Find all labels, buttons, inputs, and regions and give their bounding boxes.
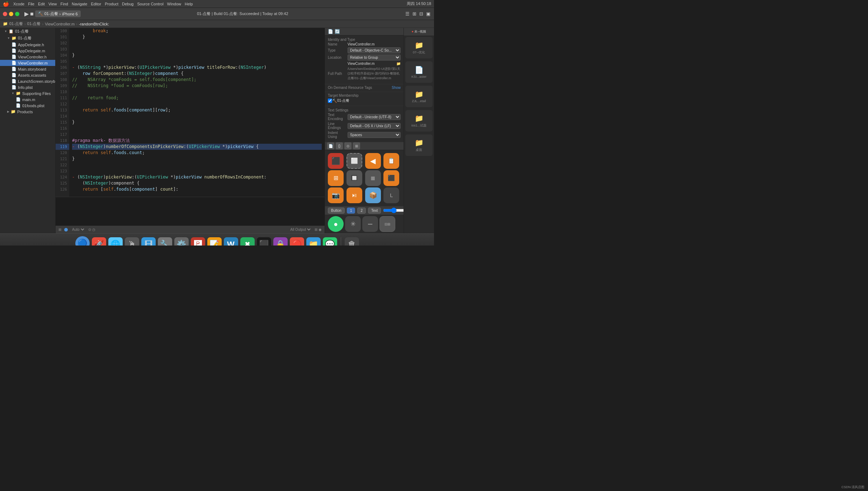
dock-finder[interactable]: 🔵	[75, 236, 90, 246]
run-button[interactable]: ▶	[24, 10, 29, 17]
scheme-selector[interactable]: 🔨 01-点餐 › iPhone 6	[35, 10, 81, 17]
type-select[interactable]: Default - Objective-C So...	[348, 47, 401, 53]
palette-item-back[interactable]: ◀	[365, 153, 381, 169]
sidebar-item-main-m[interactable]: 📄 main.m	[0, 96, 55, 103]
dock-launchpad[interactable]: 🚀	[92, 237, 106, 246]
palette-item-2[interactable]: ⬜	[346, 153, 362, 169]
code-content[interactable]: break; } } - (NSString *)pickerView:(UIP…	[69, 28, 325, 197]
navigator-toggle[interactable]: ☰	[405, 10, 410, 17]
all-output-select[interactable]: All Output	[289, 227, 312, 232]
dock-trash[interactable]: 🗑	[345, 237, 359, 246]
palette-btn-1[interactable]: 📄	[327, 142, 334, 149]
dock-ppt[interactable]: 🅿	[191, 237, 205, 246]
target-checkbox[interactable]	[328, 99, 332, 103]
breadcrumb-3[interactable]: ViewController.m	[45, 22, 75, 26]
folder-07[interactable]: 📁 07--优化	[405, 37, 433, 58]
code-area[interactable]: 100 101 102 103 104 105 106 107 108 109 …	[56, 28, 325, 197]
text-btn[interactable]: Text	[368, 208, 381, 214]
sidebar-item-group1[interactable]: ▼ 📁 01-点餐	[0, 35, 55, 42]
breadcrumb-4[interactable]: -randomBtnClick:	[79, 22, 109, 26]
menu-editor[interactable]: Editor	[91, 2, 101, 6]
sidebar-item-products[interactable]: ▶ 📁 Products	[0, 109, 55, 115]
dock-chat[interactable]: 💬	[323, 237, 337, 246]
menu-find[interactable]: Find	[61, 2, 68, 6]
panel-refresh-icon[interactable]: 🔄	[335, 29, 340, 34]
stop-button[interactable]: ■	[30, 11, 34, 17]
dock-notes[interactable]: 📝	[207, 237, 222, 246]
show-btn[interactable]: Show	[392, 86, 401, 90]
maximize-button[interactable]	[15, 12, 19, 16]
palette-btn-3[interactable]: ⊙	[344, 142, 352, 149]
sidebar-item-main-storyboard[interactable]: 📄 Main.storyboard	[0, 66, 55, 72]
toggle-item[interactable]: ●	[328, 216, 344, 232]
breadcrumb-2[interactable]: 01-点餐	[27, 21, 41, 27]
inspector-toggle[interactable]: ▣	[425, 10, 431, 17]
slider-item[interactable]: ━━	[362, 216, 378, 232]
dock-terminal[interactable]: ⬛	[257, 237, 271, 246]
dock-safari[interactable]: 🌐	[108, 237, 123, 246]
num1-btn[interactable]: 1	[347, 208, 355, 214]
sidebar-item-root[interactable]: ▼ 📋 01-点餐	[0, 28, 55, 35]
folder-desktop[interactable]: 📁 桌面	[405, 134, 433, 156]
sidebar-item-supporting[interactable]: ▼ 📁 Supporting Files	[0, 90, 55, 96]
spinner-item[interactable]: ✳	[345, 216, 361, 232]
sidebar-item-assets[interactable]: 📄 Assets.xcassets	[0, 72, 55, 78]
menu-source-control[interactable]: Source Control	[137, 2, 163, 6]
stepper-item[interactable]: ⊟⊞	[379, 216, 395, 232]
sidebar-item-viewcontroller-h[interactable]: 📄 ViewController.h	[0, 54, 55, 60]
dock-mouse[interactable]: 🖱	[125, 237, 139, 246]
ctrl-slider[interactable]	[383, 208, 404, 213]
dock-word[interactable]: W	[224, 237, 238, 246]
auto-select[interactable]: Auto	[71, 227, 85, 232]
menu-help[interactable]: Help	[185, 2, 193, 6]
palette-btn-4[interactable]: ⊞	[353, 142, 360, 149]
palette-item-box[interactable]: 🔲	[346, 170, 362, 186]
menu-xcode[interactable]: Xcode	[13, 2, 24, 6]
sidebar-item-viewcontroller-m[interactable]: 📄 ViewController.m	[0, 60, 55, 66]
line-endings-select[interactable]: Default - OS X / Unix (LF)	[348, 123, 401, 129]
palette-item-rect[interactable]: ◼	[365, 170, 381, 186]
breadcrumb-1[interactable]: 01-点餐	[9, 21, 23, 27]
palette-item-camera[interactable]: 📷	[328, 187, 344, 203]
menu-view[interactable]: View	[48, 2, 57, 6]
sidebar-item-foods-plist[interactable]: 📄 01foods.plist	[0, 103, 55, 109]
sidebar-item-appdelegate-m[interactable]: 📄 AppDelegate.m	[0, 48, 55, 54]
location-select[interactable]: Relative to Group	[348, 54, 401, 61]
indent-select[interactable]: Spaces	[348, 132, 401, 138]
sidebar-item-launch[interactable]: 📄 LaunchScreen.storyboard	[0, 78, 55, 84]
dock-photo[interactable]: 🎞	[141, 237, 156, 246]
menu-file[interactable]: File	[28, 2, 34, 6]
palette-item-list[interactable]: 📋	[383, 153, 399, 169]
menu-window[interactable]: Window	[167, 2, 181, 6]
menu-navigate[interactable]: Navigate	[72, 2, 87, 6]
dock-excel[interactable]: ✖	[240, 237, 255, 246]
menu-edit[interactable]: Edit	[38, 2, 45, 6]
folder-zjl[interactable]: 📁 ZJL...etail	[405, 86, 433, 107]
folder-ios1[interactable]: 📁 ios1...试题	[405, 110, 433, 132]
dock-prefs[interactable]: ⚙️	[174, 237, 189, 246]
sidebar-item-appdelegate-h[interactable]: 📄 AppDelegate.h	[0, 42, 55, 48]
dock-parallels[interactable]: 🔴	[290, 237, 304, 246]
palette-item-1[interactable]: ⬛	[328, 153, 344, 169]
dock-security[interactable]: 🔒	[273, 237, 288, 246]
reveal-icon[interactable]: 📁	[396, 62, 401, 66]
dock-tool[interactable]: 🔧	[158, 237, 172, 246]
palette-item-play[interactable]: ⏯	[346, 187, 362, 203]
sidebar-item-info[interactable]: 📄 Info.plist	[0, 84, 55, 90]
output-select[interactable]: All Output	[289, 227, 312, 232]
menu-debug[interactable]: Debug	[122, 2, 133, 6]
palette-btn-2[interactable]: {}	[336, 142, 343, 149]
palette-item-l[interactable]: L	[383, 187, 399, 203]
minimize-button[interactable]	[9, 12, 13, 16]
dock-files[interactable]: 📁	[306, 237, 321, 246]
panel-doc-icon[interactable]: 📄	[328, 29, 333, 34]
palette-item-grid[interactable]: ⊞	[328, 170, 344, 186]
num2-btn[interactable]: 2	[357, 208, 366, 214]
encoding-select[interactable]: Default - Unicode (UTF-8)	[348, 114, 401, 120]
palette-item-3d[interactable]: 📦	[365, 187, 381, 203]
close-button[interactable]	[3, 12, 7, 16]
menu-product[interactable]: Product	[105, 2, 118, 6]
palette-item-dark[interactable]: ⬛	[383, 170, 399, 186]
view-toggle[interactable]: ⊞	[412, 10, 417, 17]
folder-ksi[interactable]: 📄 KSI...aster	[405, 61, 433, 83]
